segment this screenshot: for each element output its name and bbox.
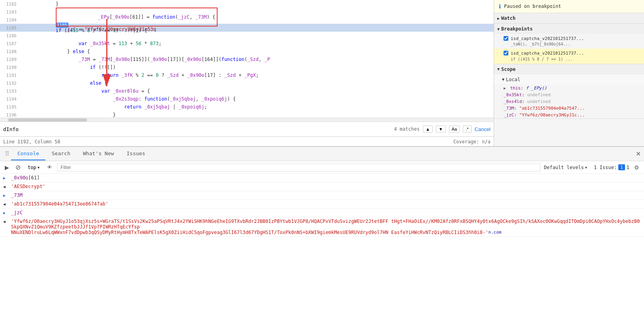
console-entry-ab1c[interactable]: ◀ 'ab1c731557904e04a754713ee86747ab' <box>0 200 644 209</box>
tab-search[interactable]: Search <box>45 147 77 160</box>
tab-whats-new[interactable]: What's New <box>77 147 120 160</box>
status-bar: Line 1192, Column 58 Coverage: n/a <box>0 137 494 146</box>
scope-section: ▼ Scope ▼ Local ▶ this: f _EPy() _0x35kt… <box>494 64 644 119</box>
issue-count-label: 1 Issue: <box>594 165 617 170</box>
code-line-1195: 1195 return _0xj5qbaj | _0xpoiq6j; <box>0 103 494 111</box>
left-arrow-1: ◀ <box>3 185 8 189</box>
watch-label: Watch <box>501 15 515 21</box>
code-line-1191: 1191 return _3fK % 2 == 0 ? _Szd + _0x90… <box>0 71 494 79</box>
scope-label: Scope <box>501 67 515 72</box>
search-bar: 4 matches ▲ ▼ Aa .* Cancel <box>0 122 494 137</box>
scope-0x35kt[interactable]: _0x35kt: undefined <box>494 91 644 98</box>
code-line-1187: 1187 var _0x35kt = 113 + 56 * 873; <box>0 40 494 48</box>
info-icon: ℹ <box>499 3 501 10</box>
console-filter-input[interactable] <box>57 164 541 171</box>
breakpoints-label: Breakpoints <box>501 26 532 32</box>
bottom-tabs-bar: ⠿ Console Search What's New Issues ✕ <box>0 147 644 161</box>
breakpoint-text-1: isd_captcha_v202101251737... _taN(), _b7… <box>511 36 584 47</box>
scope-this[interactable]: ▶ this: f _EPy() <box>494 85 644 91</box>
breakpoint-item-2[interactable]: isd_captcha_v202101251737... if ((415 % … <box>494 49 644 63</box>
local-label: Local <box>506 77 520 82</box>
context-chevron-icon: ▾ <box>37 165 40 170</box>
console-settings-button[interactable]: ⚙ <box>633 163 641 172</box>
code-line-1193: 1193 var _0xer8l6u = { <box>0 87 494 95</box>
local-expand-icon: ▼ <box>502 77 504 82</box>
code-line-1196: 1196 } <box>0 111 494 118</box>
expand-arrow-jzc: ▶ <box>3 211 8 215</box>
breakpoints-expand-icon: ▼ <box>497 27 500 31</box>
issue-badge: 1 Issue: 1 1 <box>594 164 629 170</box>
breakpoint-checkbox-1[interactable] <box>504 36 508 41</box>
breakpoint-text-2: isd_captcha_v202101251737... if ((415 % … <box>511 50 584 62</box>
code-line-1194: 1194 _0x2s3oqp: function(_0xj5qbaj, _0xp… <box>0 95 494 103</box>
default-levels-chevron-icon: ▾ <box>585 165 587 170</box>
issue-count-num: 1 <box>618 164 625 170</box>
console-entry-jzc[interactable]: ▶ _jzC <box>0 209 644 217</box>
left-arrow-ab1c: ◀ <box>3 202 8 206</box>
paused-text: Paused on breakpoint <box>504 4 561 9</box>
close-panel-button[interactable]: ✕ <box>636 150 641 158</box>
cursor-position: Line 1192, Column 58 <box>3 139 61 145</box>
drag-handle[interactable]: ⠿ <box>3 150 11 158</box>
match-count: 4 matches <box>394 126 420 132</box>
find-input[interactable] <box>3 126 391 132</box>
console-entry-long-string[interactable]: ◀ 'Yfwf6z/O0aecry3HGyJ1o53qjXsz5s+WGraTS… <box>0 217 644 237</box>
paused-banner: ℹ Paused on breakpoint <box>494 0 644 13</box>
search-up-button[interactable]: ▲ <box>423 126 433 133</box>
left-arrow-long: ◀ <box>3 219 8 224</box>
watch-section: ▶ Watch <box>494 13 644 24</box>
watch-expand-icon: ▶ <box>497 16 500 21</box>
issue-num-label: 1 <box>627 165 629 170</box>
scope-jzc[interactable]: _jzC: "Yfwf6z/O0aecry3HGyJ1c... <box>494 112 644 118</box>
execute-button[interactable]: ▶ <box>3 163 11 172</box>
right-panel: ℹ Paused on breakpoint ▶ Watch ▼ Breakpo… <box>494 0 644 146</box>
scope-header[interactable]: ▼ Scope <box>494 64 644 74</box>
regex-button[interactable]: .* <box>463 126 471 133</box>
scrollbar-thumb[interactable] <box>8 118 87 122</box>
search-down-button[interactable]: ▼ <box>436 126 446 133</box>
expand-arrow-73m: ▶ <box>3 193 8 198</box>
code-line-1188: 1188 } else { <box>0 48 494 55</box>
console-entry-73m[interactable]: ▶ _73M <box>0 191 644 200</box>
tab-issues[interactable]: Issues <box>120 147 152 160</box>
console-entry-0x90o[interactable]: ▶ _0x90o[61] <box>0 174 644 183</box>
console-toolbar: ▶ ⊘ top ▾ 👁 Default levels ▾ 1 Issue: 1 … <box>0 161 644 174</box>
context-selector[interactable]: top ▾ <box>25 164 42 171</box>
cancel-search-button[interactable]: Cancel <box>475 126 491 132</box>
expand-arrow-0: ▶ <box>3 176 8 180</box>
scope-73m[interactable]: _73M: "ab1c731557904e04a7547... <box>494 105 644 112</box>
clear-button[interactable]: ⊘ <box>14 162 22 173</box>
scope-expand-icon: ▼ <box>497 67 500 71</box>
breakpoint-item-1[interactable]: isd_captcha_v202101251737... _taN(), _b7… <box>494 34 644 49</box>
console-entry-aesdecrypt[interactable]: ◀ 'AESDecrypt' <box>0 183 644 191</box>
local-header[interactable]: ▼ Local <box>494 74 644 85</box>
console-output: ▶ _0x90o[61] ◀ 'AESDecrypt' ▶ _73M ◀ 'ab… <box>0 174 644 333</box>
watch-header[interactable]: ▶ Watch <box>494 13 644 23</box>
breakpoints-header[interactable]: ▼ Breakpoints <box>494 24 644 34</box>
match-case-button[interactable]: Aa <box>449 126 460 133</box>
default-levels-dropdown[interactable]: Default levels ▾ <box>544 165 587 170</box>
code-line-1192: 1192 else { <box>0 79 494 87</box>
scope-0xs4ld[interactable]: _0xs4ld: undefined <box>494 98 644 105</box>
breakpoint-checkbox-2[interactable] <box>504 51 508 55</box>
code-line-1184: 1184 _EPy[_0x90o[61]] = function(_jzC, _… <box>0 16 494 24</box>
filter-toggle-button[interactable]: 👁 <box>45 163 54 172</box>
bottom-panel: ⠿ Console Search What's New Issues ✕ ▶ ⊘… <box>0 147 644 333</box>
code-line-1190: 1190 if (!![]) <box>0 63 494 71</box>
code-line-1189: 1189 _73M = _73M[_0x90o[115]](_0x90o[17]… <box>0 55 494 63</box>
horizontal-scrollbar[interactable] <box>0 118 494 122</box>
tab-console[interactable]: Console <box>11 147 45 160</box>
coverage-status: Coverage: n/a <box>453 139 491 145</box>
breakpoints-section: ▼ Breakpoints isd_captcha_v202101251737.… <box>494 24 644 64</box>
default-levels-label: Default levels <box>544 165 584 170</box>
context-label: top <box>28 165 36 170</box>
